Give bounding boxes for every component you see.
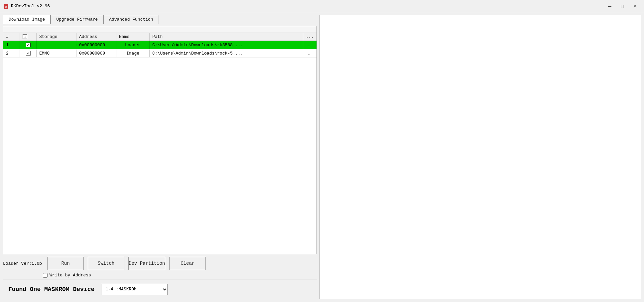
cell-browse[interactable]: ... [303,41,317,49]
window-title: RKDevTool v2.96 [11,4,50,9]
clear-button[interactable]: Clear [169,257,206,270]
table-row[interactable]: 1 ✔ 0x00000000 Loader C:\Users\Admin\Dow… [3,41,317,49]
switch-button[interactable]: Switch [88,257,124,270]
col-num: # [3,33,20,41]
dev-partition-button[interactable]: Dev Partition [128,257,165,270]
window-content: Download Image Upgrade Firmware Advanced… [0,12,644,302]
header-checkbox[interactable]: ☐ [23,34,27,39]
write-by-address-label: Write by Address [50,273,91,278]
browse-button-1[interactable]: ... [307,42,313,48]
file-table: # ☐ Storage Address Name Path ... 1 [3,26,317,254]
main-panel: Download Image Upgrade Firmware Advanced… [0,12,320,302]
col-address: Address [76,33,116,41]
cell-address: 0x00000000 [76,41,116,49]
cell-num: 2 [3,50,20,57]
table-row[interactable]: 2 ✔ EMMC 0x00000000 Image C:\Users\Admin… [3,49,317,58]
cell-path: C:\Users\Admin\Downloads\rk3588.... [150,41,303,49]
svg-text:✕: ✕ [5,5,7,9]
table-body: 1 ✔ 0x00000000 Loader C:\Users\Admin\Dow… [3,41,317,254]
table-top-bar [3,26,317,33]
cell-path: C:\Users\Admin\Downloads\rock-5.... [150,50,303,57]
write-by-address-checkbox[interactable] [43,273,48,278]
controls-row: Loader Ver:1.0b Run Switch Dev Partition… [3,257,317,270]
tab-advanced-function[interactable]: Advanced Function [103,15,159,24]
col-check: ☐ [20,33,37,41]
row1-checkbox[interactable]: ✔ [26,43,31,47]
loader-version: Loader Ver:1.0b [3,261,42,266]
cell-check[interactable]: ✔ [20,41,37,49]
col-btn: ... [303,33,317,41]
cell-num: 1 [3,41,20,49]
title-bar: ✕ RKDevTool v2.96 ─ □ ✕ [0,0,644,12]
table-header: # ☐ Storage Address Name Path ... [3,33,317,41]
tab-download-image[interactable]: Download Image [3,15,51,24]
write-by-address-row: Write by Address [43,273,317,278]
maximize-button[interactable]: □ [616,2,628,11]
col-name: Name [116,33,150,41]
status-bar: Found One MASKROM Device 1-4 :MASKROM [3,279,317,299]
cell-name: Image [116,50,150,57]
tab-bar: Download Image Upgrade Firmware Advanced… [3,15,317,24]
title-bar-left: ✕ RKDevTool v2.96 [3,3,50,9]
run-button[interactable]: Run [47,257,84,270]
cell-storage: EMMC [37,50,76,57]
device-select[interactable]: 1-4 :MASKROM [101,284,168,295]
cell-address: 0x00000000 [76,50,116,57]
main-window: ✕ RKDevTool v2.96 ─ □ ✕ Download Image U… [0,0,644,302]
close-button[interactable]: ✕ [629,2,641,11]
cell-name: Loader [116,41,150,49]
row2-checkbox[interactable]: ✔ [26,51,31,56]
col-path: Path [150,33,303,41]
log-panel [320,15,641,299]
browse-button-2[interactable]: ... [307,51,313,56]
cell-check[interactable]: ✔ [20,50,37,57]
cell-browse[interactable]: ... [303,49,317,57]
cell-storage [37,44,76,46]
status-text: Found One MASKROM Device [8,286,94,293]
minimize-button[interactable]: ─ [604,2,616,11]
title-bar-controls: ─ □ ✕ [604,2,641,11]
tab-upgrade-firmware[interactable]: Upgrade Firmware [51,15,103,24]
col-storage: Storage [37,33,76,41]
app-icon: ✕ [3,3,9,9]
